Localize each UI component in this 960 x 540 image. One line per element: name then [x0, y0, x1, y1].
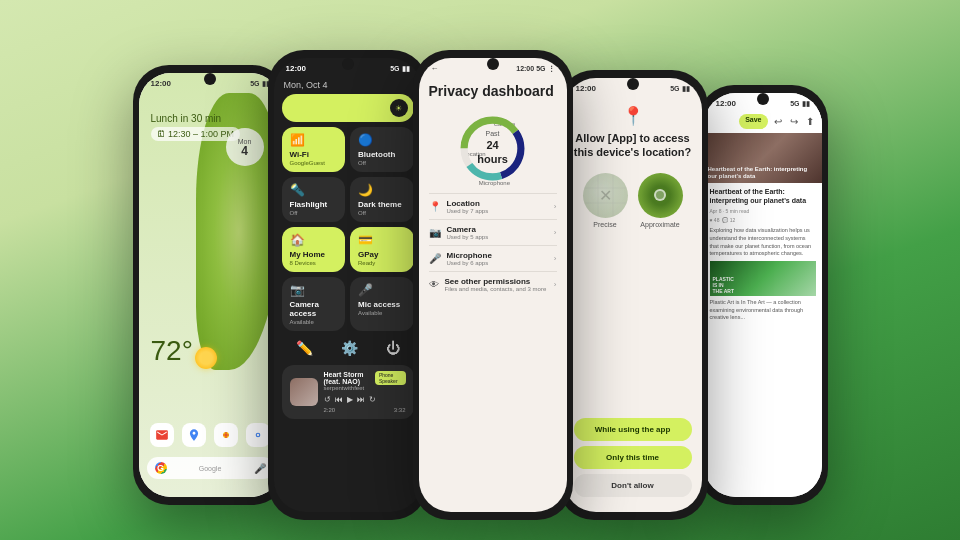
location-item-icon: 📍 — [429, 201, 441, 212]
photos-icon[interactable] — [214, 423, 238, 447]
share-icon[interactable]: ⬆ — [804, 114, 816, 129]
undo-icon[interactable]: ↩ — [772, 114, 784, 129]
back-icon-phone3[interactable]: ← — [431, 64, 439, 73]
privacy-item-location[interactable]: 📍 Location Used by 7 apps › — [429, 193, 557, 219]
status-time-phone4: 12:00 — [576, 84, 596, 93]
gpay-tile-icon: 💳 — [358, 233, 406, 247]
time-end: 3:32 — [394, 407, 406, 413]
maps-icon[interactable] — [182, 423, 206, 447]
qs-tile-camera[interactable]: 📷 Camera access Available — [282, 277, 346, 331]
only-this-time-button[interactable]: Only this time — [574, 446, 692, 469]
while-using-button[interactable]: While using the app — [574, 418, 692, 441]
privacy-chart: Camera Location Microphone — [419, 103, 567, 193]
more-icon-phone3[interactable]: ⋮ — [548, 65, 555, 73]
play-icon[interactable]: ▶ — [347, 395, 353, 404]
other-item-sub: Files and media, contacts, and 3 more — [445, 286, 547, 292]
svg-point-2 — [257, 434, 259, 436]
mic-tile-title: Mic access — [358, 300, 406, 309]
signal-phone3: 5G — [536, 65, 545, 72]
camera-item-title: Camera — [447, 225, 489, 234]
chrome-icon[interactable] — [246, 423, 270, 447]
google-logo: G — [155, 462, 167, 474]
status-time-phone2: 12:00 — [286, 64, 306, 73]
article-hero-image: Heartbeat of the Earth: interpreting our… — [704, 133, 822, 183]
media-controls: ↺ ⏮ ▶ ⏭ ↻ — [324, 395, 406, 404]
privacy-item-camera[interactable]: 📷 Camera Used by 5 apps › — [429, 219, 557, 245]
mic-item-sub: Used by 6 apps — [447, 260, 492, 266]
settings-icon[interactable]: ⚙️ — [341, 340, 358, 356]
power-icon[interactable]: ⏻ — [386, 340, 400, 356]
approx-circle[interactable] — [638, 173, 683, 218]
phone-perm-screen: 12:00 5G ▮▮ 📍 Allow [App] to access this… — [564, 78, 702, 512]
article-body-text: Exploring how data visualization helps u… — [710, 227, 816, 258]
qs-date: Mon, Oct 4 — [274, 75, 422, 90]
flashlight-tile-icon: 🔦 — [290, 183, 338, 197]
qs-tile-mic[interactable]: 🎤 Mic access Available — [350, 277, 414, 331]
weather-icon — [195, 347, 217, 369]
mic-chevron: › — [554, 254, 557, 263]
phone3-notch — [487, 58, 499, 70]
media-progress: 2:20 3:32 — [324, 407, 406, 413]
wifi-tile-sub: GoogleGuest — [290, 160, 338, 166]
phone4-notch — [627, 78, 639, 90]
qs-bottom-bar: ✏️ ⚙️ ⏻ — [282, 336, 414, 360]
greeting-text: Lunch in 30 min — [151, 113, 241, 124]
wifi-tile-icon: 📶 — [290, 133, 338, 147]
privacy-item-other[interactable]: 👁 See other permissions Files and media,… — [429, 271, 557, 297]
flashlight-tile-title: Flashlight — [290, 200, 338, 209]
qs-tile-myhome[interactable]: 🏠 My Home 8 Devices — [282, 227, 346, 272]
privacy-dashboard-title: Privacy dashboard — [419, 75, 567, 103]
app-dock — [147, 423, 274, 447]
brightness-slider[interactable]: ☀ — [282, 94, 414, 122]
bluetooth-tile-sub: Off — [358, 160, 406, 166]
next-icon[interactable]: ⏭ — [357, 395, 365, 404]
replay-icon[interactable]: ↺ — [324, 395, 331, 404]
article-body-text2: Plastic Art is In The Art — a collection… — [710, 299, 816, 322]
location-item-sub: Used by 7 apps — [447, 208, 489, 214]
camera-tile-sub: Available — [290, 319, 338, 325]
wifi-tile-title: Wi-Fi — [290, 150, 338, 159]
article-title: Heartbeat of the Earth: interpreting our… — [710, 187, 816, 205]
temperature-display: 72° — [151, 335, 193, 367]
qs-tile-wifi[interactable]: 📶 Wi-Fi GoogleGuest — [282, 127, 346, 172]
greeting-widget: Lunch in 30 min 🗓 12:30 – 1:00 PM — [151, 113, 241, 141]
save-button[interactable]: Save — [739, 114, 767, 129]
location-chevron: › — [554, 202, 557, 211]
approx-circle-wrap: Approximate — [638, 173, 683, 228]
camera-tile-icon: 📷 — [290, 283, 338, 297]
signal-phone2: 5G — [390, 65, 399, 72]
phone-article: 12:00 5G ▮▮ Save ↩ ↪ ⬆ Heartbeat of t — [698, 85, 828, 505]
mic-icon[interactable]: 🎤 — [254, 463, 266, 474]
phone-quick-settings: 12:00 5G ▮▮ Mon, Oct 4 ☀ 📶 Wi-Fi G — [268, 50, 428, 520]
phone1-notch — [204, 73, 216, 85]
status-time-phone5: 12:00 — [716, 99, 736, 108]
mic-tile-icon: 🎤 — [358, 283, 406, 297]
qs-tile-flashlight[interactable]: 🔦 Flashlight Off — [282, 177, 346, 222]
share-count: ♥ 48 — [710, 217, 720, 223]
qs-tile-darkmode[interactable]: 🌙 Dark theme Off — [350, 177, 414, 222]
status-time-phone3: 12:00 — [516, 65, 534, 72]
edit-icon[interactable]: ✏️ — [296, 340, 313, 356]
signal-phone5: 5G — [790, 100, 799, 107]
gmail-icon[interactable] — [150, 423, 174, 447]
other-item-icon: 👁 — [429, 279, 439, 290]
bluetooth-tile-title: Bluetooth — [358, 150, 406, 159]
privacy-center-text: Past 24 hours — [474, 129, 512, 167]
prev-icon[interactable]: ⏮ — [335, 395, 343, 404]
qs-tile-gpay[interactable]: 💳 GPay Ready — [350, 227, 414, 272]
qs-tile-bluetooth[interactable]: 🔵 Bluetooth Off — [350, 127, 414, 172]
phone-privacy: ← 12:00 5G ⋮ Privacy dashboard Camera Lo… — [413, 50, 573, 520]
dont-allow-button[interactable]: Don't allow — [574, 474, 692, 497]
forward-icon[interactable]: ↻ — [369, 395, 376, 404]
redo-icon[interactable]: ↪ — [788, 114, 800, 129]
camera-chevron: › — [554, 228, 557, 237]
media-title: Heart Storm (feat. NAO) — [324, 371, 375, 385]
date-number: 4 — [241, 145, 248, 157]
search-bar[interactable]: G Google 🎤 — [147, 457, 274, 479]
myhome-tile-sub: 8 Devices — [290, 260, 338, 266]
article-social: ♥ 48 💬 12 — [710, 217, 816, 223]
battery-icon-phone2: ▮▮ — [402, 65, 410, 73]
precision-circles: Precise Approximate — [564, 165, 702, 236]
privacy-item-mic[interactable]: 🎤 Microphone Used by 6 apps › — [429, 245, 557, 271]
precise-circle-wrap: Precise — [583, 173, 628, 228]
